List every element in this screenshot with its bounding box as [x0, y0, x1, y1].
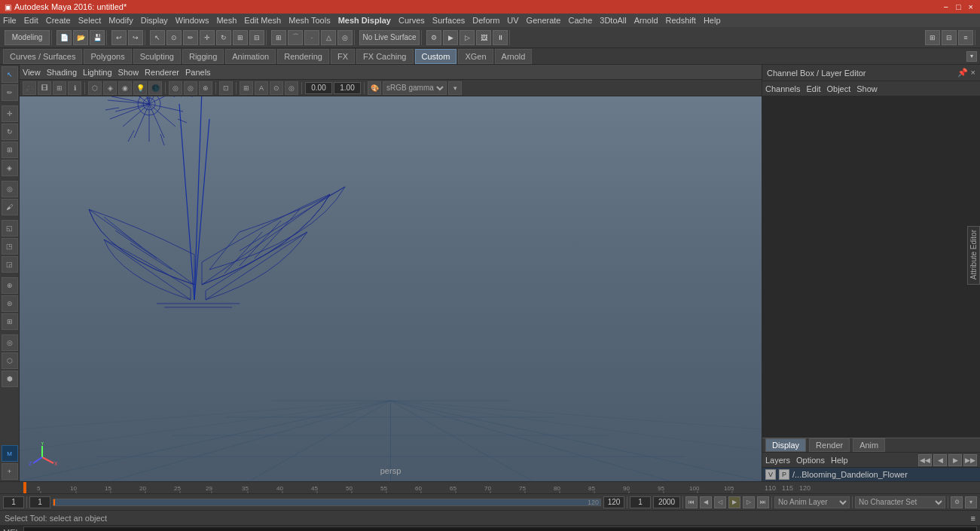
- vp-xray-btn[interactable]: ◎: [169, 81, 182, 95]
- menu-help[interactable]: Help: [704, 16, 721, 25]
- vp-xray-active-btn[interactable]: ◎: [184, 81, 197, 95]
- shelf-arnold[interactable]: Arnold: [495, 49, 533, 64]
- scale-tool-btn[interactable]: ⊞: [233, 30, 248, 45]
- viewport-3d[interactable]: persp X Y Z: [20, 96, 762, 481]
- menu-edit[interactable]: Edit: [24, 16, 38, 25]
- menu-generate[interactable]: Generate: [527, 16, 561, 25]
- playback-range-end[interactable]: [653, 496, 680, 508]
- channel-btn[interactable]: ≡: [958, 30, 973, 45]
- vp-smooth-btn[interactable]: ◉: [118, 81, 132, 95]
- range-end-input[interactable]: [603, 496, 624, 508]
- move-btn[interactable]: ✛: [2, 105, 18, 122]
- menu-file[interactable]: File: [3, 16, 17, 25]
- layer-visible-btn[interactable]: V: [765, 469, 776, 480]
- snap-curve-btn[interactable]: ⌒: [288, 30, 303, 45]
- attribute-editor-tab[interactable]: Attribute Editor: [967, 226, 980, 285]
- display-layer-btn[interactable]: ◱: [2, 220, 18, 237]
- channel-menu-show[interactable]: Show: [856, 84, 878, 93]
- vp-shadow-btn[interactable]: 🌑: [148, 81, 162, 95]
- shelf-xgen[interactable]: XGen: [458, 49, 493, 64]
- vp-grid-btn[interactable]: ⊞: [53, 81, 66, 95]
- menu-edit-mesh[interactable]: Edit Mesh: [244, 16, 281, 25]
- panel-pin-btn[interactable]: 📌: [957, 68, 968, 78]
- vp-film-btn[interactable]: 🎞: [38, 81, 51, 95]
- shelf-sculpting[interactable]: Sculpting: [133, 49, 181, 64]
- play-back-btn[interactable]: ◁: [714, 496, 726, 508]
- menu-redshift[interactable]: Redshift: [666, 16, 696, 25]
- menu-display[interactable]: Display: [141, 16, 168, 25]
- menu-deform[interactable]: Deform: [472, 16, 499, 25]
- layer-forward-btn[interactable]: ▶: [948, 454, 962, 466]
- vp-menu-view[interactable]: View: [23, 68, 41, 77]
- rotate-tool-btn[interactable]: ↻: [216, 30, 231, 45]
- channel-menu-object[interactable]: Object: [826, 84, 850, 93]
- current-frame-input[interactable]: [3, 496, 24, 508]
- step-forward-btn[interactable]: ▷: [743, 496, 755, 508]
- menu-modify[interactable]: Modify: [108, 16, 133, 25]
- mel-input[interactable]: [23, 526, 977, 531]
- shelf-curves-surfaces[interactable]: Curves / Surfaces: [3, 49, 82, 64]
- vp-color-profile-select[interactable]: sRGB gamma: [383, 81, 447, 95]
- playback-options-btn[interactable]: ▾: [965, 496, 977, 508]
- vp-light-btn[interactable]: 💡: [133, 81, 147, 95]
- maximize-button[interactable]: □: [954, 2, 963, 11]
- channel-menu-edit[interactable]: Edit: [806, 84, 820, 93]
- lasso-tool-btn[interactable]: ⊙: [166, 30, 182, 45]
- smooth-btn[interactable]: ⬢: [2, 371, 18, 387]
- vp-wireframe-btn[interactable]: ⬡: [88, 81, 102, 95]
- minimize-button[interactable]: −: [941, 2, 950, 11]
- render-layer-btn[interactable]: ◳: [2, 238, 18, 255]
- undo-btn[interactable]: ↩: [111, 30, 127, 45]
- ipr-btn[interactable]: ▷: [459, 30, 475, 45]
- play-forward-btn[interactable]: ▶: [728, 496, 740, 508]
- menu-create[interactable]: Create: [46, 16, 71, 25]
- anim-layer-select[interactable]: No Anim Layer: [774, 496, 850, 508]
- menu-cache[interactable]: Cache: [568, 16, 592, 25]
- menu-curves[interactable]: Curves: [398, 16, 425, 25]
- paused-btn[interactable]: ⏸: [493, 30, 508, 45]
- preferences-btn[interactable]: ⚙: [951, 496, 963, 508]
- menu-mesh-display[interactable]: Mesh Display: [338, 16, 391, 25]
- skip-to-end-btn[interactable]: ⏭: [757, 496, 769, 508]
- select-tool-btn[interactable]: ↖: [150, 30, 165, 45]
- vp-smooth-wire-btn[interactable]: ◈: [103, 81, 117, 95]
- vp-menu-panels[interactable]: Panels: [185, 68, 211, 77]
- vp-hud-btn[interactable]: ℹ: [68, 81, 81, 95]
- close-button[interactable]: ×: [966, 2, 975, 11]
- vp-profile-options-btn[interactable]: ▾: [448, 81, 462, 95]
- shelf-animation[interactable]: Animation: [225, 49, 276, 64]
- save-file-btn[interactable]: 💾: [90, 30, 105, 45]
- layer-item[interactable]: V P /...Blooming_Dandelion_Flower: [762, 468, 980, 481]
- shelf-fx-caching[interactable]: FX Caching: [356, 49, 413, 64]
- render-settings-btn[interactable]: ⚙: [426, 30, 441, 45]
- snap-view-btn[interactable]: ◎: [337, 30, 353, 45]
- vp-menu-show[interactable]: Show: [118, 68, 139, 77]
- live-surface-btn[interactable]: No Live Surface: [359, 30, 420, 45]
- timeline-bg[interactable]: 5 10 15 20 25 29 35 40 45: [20, 482, 762, 493]
- vp-menu-shading[interactable]: Shading: [47, 68, 77, 77]
- layer-skip-forward-btn[interactable]: ▶▶: [963, 454, 977, 466]
- snap-grid-btn[interactable]: ⊞: [271, 30, 286, 45]
- menu-mesh-tools[interactable]: Mesh Tools: [289, 16, 330, 25]
- maya-icon-btn[interactable]: M: [2, 445, 18, 462]
- show-render-btn[interactable]: 🖼: [476, 30, 491, 45]
- tab-render[interactable]: Render: [809, 438, 850, 452]
- vp-value-a[interactable]: [305, 82, 332, 94]
- vp-xray-joints-btn[interactable]: ⊕: [199, 81, 212, 95]
- vp-isolate-btn[interactable]: ⊡: [219, 81, 233, 95]
- vp-quality-btn[interactable]: ⊞: [240, 81, 253, 95]
- vp-aa-btn[interactable]: A: [255, 81, 268, 95]
- shelf-rigging[interactable]: Rigging: [182, 49, 224, 64]
- layer-back-btn[interactable]: ◀: [933, 454, 947, 466]
- start-frame-display[interactable]: [29, 496, 50, 508]
- rotate-btn[interactable]: ↻: [2, 124, 18, 140]
- menu-surfaces[interactable]: Surfaces: [432, 16, 465, 25]
- help-line-icon[interactable]: ≡: [971, 514, 975, 523]
- shelf-custom[interactable]: Custom: [415, 49, 457, 64]
- scale-btn[interactable]: ⊞: [2, 142, 18, 158]
- new-file-btn[interactable]: 📄: [56, 30, 72, 45]
- shelf-polygons[interactable]: Polygons: [84, 49, 131, 64]
- xray-btn[interactable]: ◎: [2, 334, 18, 351]
- distribute-btn[interactable]: ⊞: [2, 313, 18, 330]
- layers-menu-options[interactable]: Options: [796, 456, 825, 465]
